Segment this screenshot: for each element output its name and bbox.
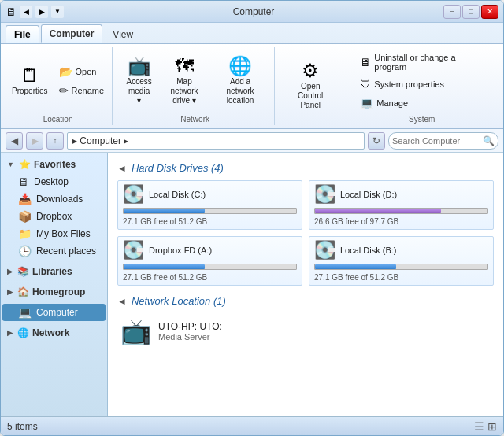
search-icon: 🔍 bbox=[483, 135, 495, 146]
sidebar-section-network: ▶ 🌐 Network bbox=[1, 324, 107, 342]
sidebar-header-homegroup[interactable]: ▶ 🏠 Homegroup bbox=[1, 283, 107, 301]
rename-icon: ✏ bbox=[59, 84, 69, 97]
rename-button[interactable]: ✏ Rename bbox=[55, 82, 109, 99]
minimize-button[interactable]: ─ bbox=[443, 5, 461, 19]
access-media-button[interactable]: 📺 Access media ▾ bbox=[122, 54, 156, 108]
quick-access-up[interactable]: ▼ bbox=[51, 6, 64, 18]
forward-button[interactable]: ▶ bbox=[26, 132, 43, 150]
open-label: Open bbox=[76, 67, 97, 76]
favorites-expand-icon: ▼ bbox=[7, 161, 14, 168]
disk-item-b[interactable]: 💽 Local Disk (B:) 27.1 GB free of 51.2 G… bbox=[309, 236, 494, 286]
sidebar-item-computer[interactable]: 💻 Computer bbox=[2, 304, 106, 321]
grid-view-button[interactable]: ⊞ bbox=[487, 420, 497, 433]
properties-button[interactable]: 🗒 Properties bbox=[8, 64, 52, 98]
system-props-label: System properties bbox=[374, 79, 444, 89]
sidebar: ▼ ⭐ Favorites 🖥 Desktop 📥 Downloads 📦 Dr… bbox=[1, 153, 108, 416]
open-button[interactable]: 📂 Open bbox=[55, 63, 109, 80]
refresh-button[interactable]: ↻ bbox=[368, 132, 385, 150]
disk-item-d[interactable]: 💽 Local Disk (D:) 26.6 GB free of 97.7 G… bbox=[309, 180, 494, 230]
quick-access-forward[interactable]: ▶ bbox=[35, 6, 48, 18]
rename-label: Rename bbox=[72, 86, 105, 95]
search-box[interactable]: 🔍 bbox=[388, 132, 498, 150]
network-arrow[interactable]: ◄ bbox=[117, 296, 127, 307]
favorites-label: Favorites bbox=[34, 159, 76, 170]
path-text: ▸ Computer ▸ bbox=[72, 135, 128, 146]
open-control-button[interactable]: ⚙ Open Control Panel bbox=[284, 59, 336, 113]
address-path[interactable]: ▸ Computer ▸ bbox=[67, 132, 365, 150]
disk-b-label: Local Disk (B:) bbox=[340, 246, 397, 255]
sidebar-section-favorites: ▼ ⭐ Favorites 🖥 Desktop 📥 Downloads 📦 Dr… bbox=[1, 156, 107, 260]
sidebar-header-network[interactable]: ▶ 🌐 Network bbox=[1, 324, 107, 342]
network-desc: Media Server bbox=[158, 332, 222, 342]
manage-icon: 💻 bbox=[360, 97, 373, 109]
disk-d-icon: 💽 bbox=[314, 184, 335, 205]
network-group-label: Network bbox=[180, 115, 209, 124]
disk-a-icon: 💽 bbox=[123, 240, 144, 260]
sidebar-item-desktop[interactable]: 🖥 Desktop bbox=[2, 173, 106, 190]
uninstall-icon: 🖥 bbox=[360, 56, 371, 68]
system-props-icon: 🛡 bbox=[360, 78, 371, 91]
content-area: ◄ Hard Disk Drives (4) 💽 Local Disk (C:)… bbox=[108, 153, 503, 416]
libraries-icon: 📚 bbox=[17, 266, 29, 277]
sidebar-item-downloads[interactable]: 📥 Downloads bbox=[2, 190, 106, 208]
uninstall-button[interactable]: 🖥 Uninstall or change a program bbox=[356, 50, 487, 74]
sidebar-section-libraries: ▶ 📚 Libraries bbox=[1, 263, 107, 280]
network-name: UTO-HP: UTO: bbox=[158, 321, 222, 332]
system-props-button[interactable]: 🛡 System properties bbox=[356, 76, 487, 93]
map-network-icon: 🗺 bbox=[175, 57, 194, 76]
sidebar-header-libraries[interactable]: ▶ 📚 Libraries bbox=[1, 263, 107, 280]
disk-b-icon: 💽 bbox=[314, 240, 335, 260]
disk-b-info: 27.1 GB free of 51.2 GB bbox=[314, 273, 488, 282]
hard-disk-arrow[interactable]: ◄ bbox=[117, 163, 127, 174]
properties-icon: 🗒 bbox=[20, 66, 39, 85]
hard-disk-section-header: ◄ Hard Disk Drives (4) bbox=[117, 162, 494, 174]
network-sidebar-label: Network bbox=[32, 327, 69, 338]
system-group-label: System bbox=[409, 115, 435, 124]
tab-computer[interactable]: Computer bbox=[41, 24, 103, 43]
manage-button[interactable]: 💻 Manage bbox=[356, 94, 487, 112]
maximize-button[interactable]: □ bbox=[462, 5, 480, 19]
sidebar-item-recent[interactable]: 🕒 Recent places bbox=[2, 242, 106, 260]
sidebar-header-favorites[interactable]: ▼ ⭐ Favorites bbox=[1, 156, 107, 173]
properties-label: Properties bbox=[12, 87, 48, 96]
disk-a-bar bbox=[124, 264, 205, 269]
recent-label: Recent places bbox=[36, 246, 96, 257]
network-section-title: Network Location (1) bbox=[132, 295, 226, 307]
libraries-label: Libraries bbox=[32, 266, 72, 277]
add-network-button[interactable]: 🌐 Add a network location bbox=[213, 54, 268, 108]
tab-view[interactable]: View bbox=[104, 25, 142, 43]
disk-item-c[interactable]: 💽 Local Disk (C:) 27.1 GB free of 51.2 G… bbox=[117, 180, 302, 230]
disk-d-bar bbox=[315, 209, 441, 213]
homegroup-expand-icon: ▶ bbox=[7, 288, 13, 296]
back-button[interactable]: ◀ bbox=[6, 132, 23, 150]
map-network-button[interactable]: 🗺 Map network drive ▾ bbox=[159, 54, 209, 108]
myboxfiles-label: My Box Files bbox=[36, 228, 91, 239]
dropbox-label: Dropbox bbox=[36, 211, 72, 222]
homegroup-label: Homegroup bbox=[32, 286, 85, 297]
dropbox-icon: 📦 bbox=[18, 210, 32, 223]
disk-item-a[interactable]: 💽 Dropbox FD (A:) 27.1 GB free of 51.2 G… bbox=[117, 236, 302, 286]
network-item-uto[interactable]: 📺 UTO-HP: UTO: Media Server bbox=[117, 313, 494, 349]
items-count: 5 items bbox=[7, 421, 38, 432]
manage-label: Manage bbox=[376, 98, 408, 108]
disk-c-bar-container bbox=[123, 208, 297, 214]
location-group-label: Location bbox=[43, 115, 73, 124]
recent-icon: 🕒 bbox=[18, 245, 32, 257]
homegroup-icon: 🏠 bbox=[17, 286, 29, 297]
quick-access-back[interactable]: ◀ bbox=[20, 6, 32, 18]
view-buttons: ☰ ⊞ bbox=[474, 420, 497, 433]
computer-label: Computer bbox=[36, 307, 78, 318]
search-input[interactable] bbox=[392, 136, 480, 146]
disk-grid: 💽 Local Disk (C:) 27.1 GB free of 51.2 G… bbox=[117, 180, 494, 286]
tab-file[interactable]: File bbox=[6, 25, 39, 43]
list-view-button[interactable]: ☰ bbox=[474, 420, 484, 433]
status-bar: 5 items ☰ ⊞ bbox=[1, 416, 503, 435]
close-button[interactable]: ✕ bbox=[481, 5, 498, 19]
sidebar-item-myboxfiles[interactable]: 📁 My Box Files bbox=[2, 225, 106, 242]
network-info: UTO-HP: UTO: Media Server bbox=[158, 321, 222, 342]
sidebar-item-dropbox[interactable]: 📦 Dropbox bbox=[2, 208, 106, 225]
up-button[interactable]: ↑ bbox=[46, 132, 64, 150]
window-icon: 🖥 bbox=[6, 6, 17, 18]
myboxfiles-icon: 📁 bbox=[18, 227, 32, 240]
uninstall-label: Uninstall or change a program bbox=[374, 53, 484, 72]
